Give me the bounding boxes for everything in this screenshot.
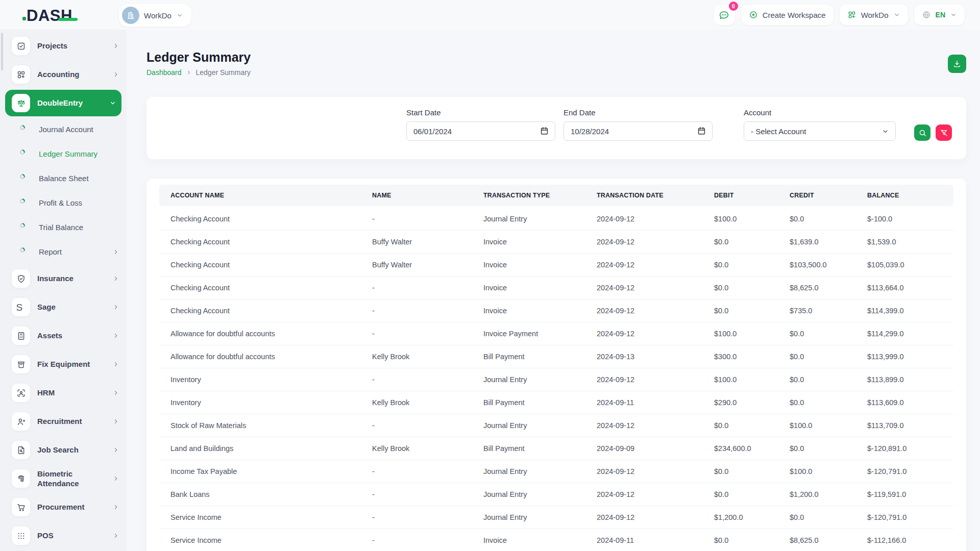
chevron-right-icon [112,446,119,454]
chevron-right-icon [112,71,119,78]
calendar-icon[interactable] [540,126,549,136]
search-icon [918,129,927,137]
sidebar-item-recruitment[interactable]: Recruitment [0,407,127,436]
grid-plus-icon [16,70,26,80]
table-row: Land and BuildingsKelly BrookBill Paymen… [159,437,953,460]
shield-check-icon [16,274,26,284]
sidebar-item-profit-loss[interactable]: Profit & Loss [0,191,127,215]
sidebar-item-label: Sage [37,302,100,312]
fingerprint-icon [16,474,26,484]
filter-off-icon [940,129,948,137]
notification-badge: 0 [729,2,738,11]
sidebar-item-label: Journal Account [39,124,101,135]
chevron-down-icon [950,11,957,18]
ledger-table: ACCOUNT NAMENAMETRANSACTION TYPETRANSACT… [159,185,953,551]
sidebar-item-projects[interactable]: Projects [0,32,127,60]
sidebar-item-insurance[interactable]: Insurance [0,264,127,293]
ledger-table-card: ACCOUNT NAMENAMETRANSACTION TYPETRANSACT… [146,179,966,551]
start-date-label: Start Date [406,108,555,117]
sidebar-item-doubleentry[interactable]: DoubleEntry [5,90,121,116]
account-select[interactable]: - Select Account [744,121,896,141]
filter-search-button[interactable] [914,124,930,141]
user-plus-icon [16,417,26,427]
breadcrumb-current: Ledger Summary [196,68,251,77]
calculator-icon [16,331,26,341]
table-row: Checking AccountBuffy WalterInvoice 2024… [159,231,953,254]
start-date-input[interactable] [406,121,555,141]
language-button[interactable]: EN [914,5,965,25]
app-logo[interactable]: DASH [27,6,72,24]
sidebar-item-label: Biometric Attendance [37,469,100,489]
messages-button[interactable]: 0 [714,5,735,25]
table-row: Checking Account-Journal Entry 2024-09-1… [159,206,953,231]
filter-reset-button[interactable] [936,124,952,141]
sidebar-item-trial-balance[interactable]: Trial Balance [0,215,127,240]
column-header-credit: CREDIT [778,185,856,206]
sidebar-item-label: Recruitment [37,416,100,427]
sidebar-item-job-search[interactable]: Job Search [0,436,127,464]
account-label: Account [744,108,896,117]
breadcrumb-dashboard-link[interactable]: Dashboard [146,68,182,77]
table-row: Checking Account-Invoice 2024-09-12$0.0$… [159,299,953,322]
workspace-switcher[interactable]: WorkDo [119,4,191,27]
column-header-account-name: ACCOUNT NAME [159,185,361,206]
dots-grid-icon [16,531,26,541]
message-dots-icon [719,10,729,20]
chevron-right-icon [186,69,192,76]
workdo-menu-button[interactable]: WorkDo [840,5,908,25]
sidebar-item-label: Accounting [37,69,100,80]
table-header-row: ACCOUNT NAMENAMETRANSACTION TYPETRANSACT… [159,185,953,206]
page-title: Ledger Summary [146,50,251,65]
export-button[interactable] [948,55,966,73]
calendar-icon[interactable] [697,126,706,136]
table-row: Stock of Raw Materials-Journal Entry 202… [159,414,953,437]
sidebar-item-label: Report [39,247,101,257]
sidebar-item-label: Assets [37,331,100,341]
building-icon [126,11,135,20]
workdo-menu-label: WorkDo [861,11,889,19]
language-label: EN [936,11,945,19]
sidebar-item-assets[interactable]: Assets [0,321,127,350]
sidebar-item-label: DoubleEntry [37,98,100,108]
chevron-right-icon [112,532,119,539]
sidebar-item-pos[interactable]: POS [0,521,127,550]
sidebar-item-label: Projects [37,41,100,51]
sidebar-nav: Projects Accounting DoubleEntry Journal … [0,30,127,550]
table-row: InventoryKelly BrookBill Payment 2024-09… [159,391,953,414]
sidebar-item-label: POS [37,531,100,541]
chevron-down-icon [893,11,900,18]
sidebar-item-accounting[interactable]: Accounting [0,60,127,89]
table-row: Checking Account-Invoice 2024-09-12$0.0$… [159,277,953,299]
sidebar-item-hrm[interactable]: HRM [0,379,127,407]
workspace-avatar [122,7,139,24]
sidebar-item-biometric-attendance[interactable]: Biometric Attendance [0,464,127,493]
create-workspace-button[interactable]: Create Workspace [741,5,834,25]
sidebar-item-journal-account[interactable]: Journal Account [0,117,127,142]
sidebar-item-ledger-summary[interactable]: Ledger Summary [0,142,127,166]
table-body: Checking Account-Journal Entry 2024-09-1… [159,206,953,551]
chevron-down-icon [176,12,183,19]
end-date-field [564,121,713,141]
sidebar-item-report[interactable]: Report [0,240,127,264]
sidebar-item-fix-equipment[interactable]: Fix Equipment [0,350,127,379]
account-select-value: - Select Account [751,127,806,136]
chevron-right-icon [112,389,119,396]
end-date-input[interactable] [564,121,713,141]
sidebar-item-label: Procurement [37,502,100,512]
column-header-transaction-type: TRANSACTION TYPE [472,185,585,206]
box-icon [16,360,26,369]
sidebar-item-sage[interactable]: S Sage [0,293,127,321]
sidebar-item-procurement[interactable]: Procurement [0,493,127,521]
chevron-down-icon [109,99,116,107]
chevron-right-icon [112,275,119,282]
sidebar-item-balance-sheet[interactable]: Balance Sheet [0,166,127,191]
donut-icon [20,174,30,184]
file-search-icon [16,445,26,455]
plus-circle-icon [749,10,758,19]
end-date-label: End Date [564,108,713,117]
donut-icon [20,198,30,208]
workspace-name: WorkDo [144,11,172,20]
user-scan-icon [16,388,26,398]
logo-bar [58,18,78,21]
chevron-right-icon [112,332,119,339]
